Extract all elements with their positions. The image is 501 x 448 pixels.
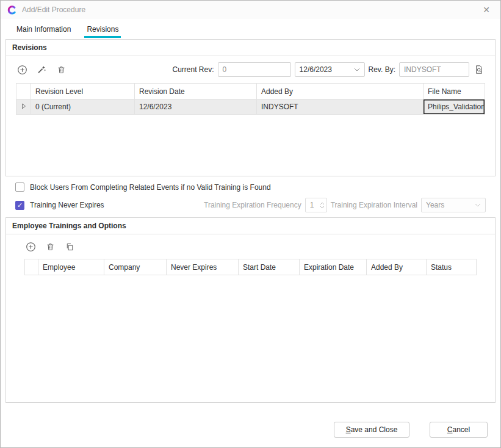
revision-date-combobox[interactable]: 12/6/2023: [295, 62, 365, 77]
column-header-selector: [25, 259, 38, 275]
training-never-expires-checkbox[interactable]: ✓: [15, 201, 24, 210]
training-never-expires-label: Training Never Expires: [30, 201, 104, 209]
dialog-footer: Save and Close Cancel: [5, 422, 496, 447]
cell-revision-level: 0 (Current): [31, 99, 135, 115]
expiration-fields: Training Expiration Frequency 1 Training…: [204, 198, 486, 212]
revisions-table-empty-area: [16, 115, 485, 176]
employee-table: Employee Company Never Expires Start Dat…: [24, 259, 477, 402]
app-logo-icon: [7, 5, 17, 15]
block-users-checkbox[interactable]: [15, 182, 24, 192]
revisions-table: Revision Level Revision Date Added By Fi…: [16, 83, 485, 176]
interval-label: Training Expiration Interval: [331, 201, 417, 209]
search-document-button[interactable]: [473, 63, 485, 76]
tab-revisions[interactable]: Revisions: [81, 19, 124, 39]
edit-revision-button[interactable]: [35, 63, 48, 76]
employee-table-empty-area: [24, 275, 477, 402]
column-header-company[interactable]: Company: [104, 259, 167, 275]
dialog-content: Revisions: [1, 39, 500, 447]
trash-icon: [46, 242, 55, 251]
employee-toolbar: [6, 234, 495, 259]
column-header-expander: [16, 84, 31, 99]
cell-added-by: INDYSOFT: [257, 99, 424, 115]
magic-wand-icon: [37, 65, 46, 74]
frequency-stepper: 1: [305, 198, 327, 212]
close-icon[interactable]: ✕: [480, 3, 493, 16]
tab-strip: Main Information Revisions: [1, 19, 500, 39]
delete-revision-button[interactable]: [55, 63, 67, 76]
column-header-never-expires[interactable]: Never Expires: [167, 259, 239, 275]
current-rev-fields: Current Rev: 0 12/6/2023 Rev. By: INDYSO…: [173, 62, 486, 77]
add-revision-button[interactable]: [16, 63, 28, 76]
chevron-down-icon: [354, 68, 360, 71]
chevron-down-icon: [475, 203, 481, 207]
column-header-revision-date[interactable]: Revision Date: [135, 84, 257, 99]
titlebar: Add/Edit Procedure ✕: [1, 1, 500, 19]
save-and-close-button[interactable]: Save and Close: [334, 422, 409, 438]
training-expiration-row: ✓ Training Never Expires Training Expira…: [15, 198, 486, 212]
delete-training-button[interactable]: [44, 240, 56, 253]
cell-file-name: Philips_Validation_: [424, 99, 485, 115]
revisions-group-title: Revisions: [6, 40, 495, 56]
frequency-label: Training Expiration Frequency: [204, 201, 301, 209]
stepper-arrows-icon: [320, 202, 325, 209]
copy-pages-icon: [65, 242, 74, 251]
copy-training-button[interactable]: [63, 240, 76, 253]
add-edit-procedure-dialog: Add/Edit Procedure ✕ Main Information Re…: [0, 0, 501, 448]
block-users-label: Block Users From Completing Related Even…: [30, 183, 271, 192]
current-rev-input[interactable]: 0: [218, 62, 291, 77]
search-document-icon: [474, 65, 484, 74]
block-users-row: Block Users From Completing Related Even…: [15, 182, 486, 192]
employee-trainings-group-title: Employee Trainings and Options: [6, 218, 495, 234]
cancel-button[interactable]: Cancel: [430, 422, 488, 438]
rev-by-input[interactable]: INDYSOFT: [399, 62, 469, 77]
tab-main-information[interactable]: Main Information: [10, 19, 77, 39]
interval-select: Years: [421, 198, 486, 212]
employee-trainings-group: Employee Trainings and Options: [5, 217, 496, 403]
column-header-status[interactable]: Status: [427, 259, 477, 275]
column-header-file-name[interactable]: File Name: [424, 84, 485, 99]
revisions-group: Revisions: [5, 39, 496, 176]
trash-icon: [57, 65, 66, 74]
column-header-expiration-date[interactable]: Expiration Date: [300, 259, 367, 275]
circle-plus-icon: [26, 242, 36, 252]
add-training-button[interactable]: [24, 240, 37, 253]
column-header-added-by[interactable]: Added By: [257, 84, 424, 99]
window-title: Add/Edit Procedure: [22, 5, 85, 14]
circle-plus-icon: [17, 65, 27, 75]
revisions-toolbar: Current Rev: 0 12/6/2023 Rev. By: INDYSO…: [6, 56, 495, 83]
rev-by-label: Rev. By:: [369, 65, 395, 74]
revision-row[interactable]: 0 (Current) 12/6/2023 INDYSOFT Philips_V…: [16, 99, 485, 115]
cell-revision-date: 12/6/2023: [135, 99, 257, 115]
column-header-start-date[interactable]: Start Date: [239, 259, 300, 275]
column-header-revision-level[interactable]: Revision Level: [31, 84, 135, 99]
column-header-employee[interactable]: Employee: [38, 259, 104, 275]
current-rev-label: Current Rev:: [173, 65, 214, 74]
row-expander-icon[interactable]: [16, 99, 31, 115]
column-header-added-by[interactable]: Added By: [367, 259, 427, 275]
